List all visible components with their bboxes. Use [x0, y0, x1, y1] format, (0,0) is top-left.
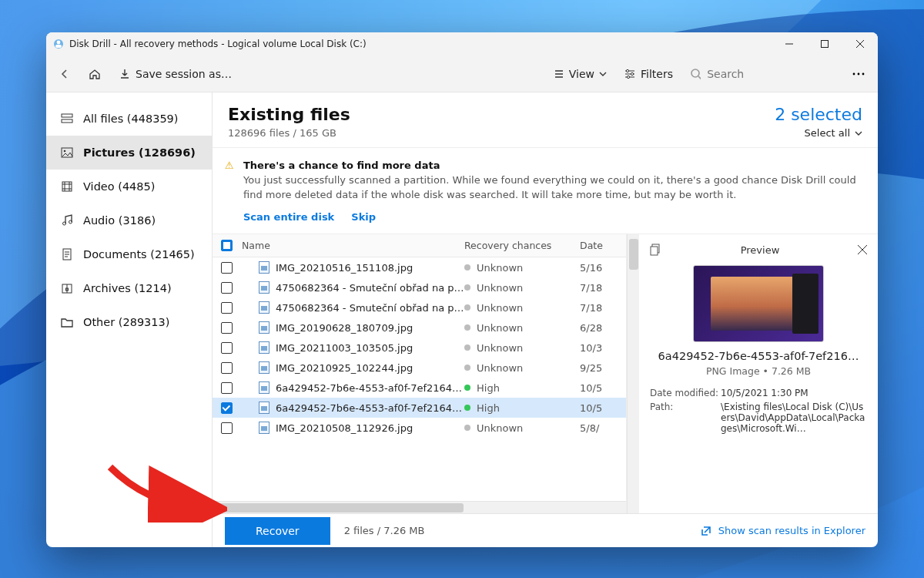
row-checkbox[interactable]	[221, 302, 233, 314]
file-icon	[259, 422, 270, 434]
row-checkbox[interactable]	[221, 382, 233, 394]
col-name[interactable]: Name	[240, 240, 464, 251]
folder-icon	[60, 315, 74, 329]
sidebar-item-folder[interactable]: Other (289313)	[46, 305, 212, 339]
chance-dot	[464, 385, 470, 391]
file-name: 4750682364 - Smuteční obřad na p…	[276, 282, 464, 294]
chance-dot	[464, 425, 470, 431]
app-icon	[52, 38, 65, 50]
select-all-button[interactable]: Select all	[805, 127, 862, 139]
more-button[interactable]	[847, 64, 870, 84]
file-row[interactable]: IMG_20210925_102244.jpgUnknown9/25	[213, 358, 626, 378]
file-row[interactable]: 6a429452-7b6e-4553-af0f-7ef2164…High10/5	[213, 398, 626, 418]
col-date[interactable]: Date	[580, 240, 626, 251]
file-row[interactable]: 6a429452-7b6e-4553-af0f-7ef2164…High10/5	[213, 378, 626, 398]
file-row[interactable]: 4750682364 - Smuteční obřad na p…Unknown…	[213, 277, 626, 297]
file-row[interactable]: IMG_20210508_112926.jpgUnknown5/8/	[213, 418, 626, 438]
file-list: Name Recovery chances Date IMG_20210516_…	[213, 234, 627, 513]
col-recovery[interactable]: Recovery chances	[464, 240, 580, 251]
sidebar-item-music[interactable]: Audio (3186)	[46, 203, 212, 237]
horizontal-scrollbar[interactable]	[213, 501, 626, 513]
maximize-button[interactable]	[807, 32, 842, 55]
file-name: IMG_20210508_112926.jpg	[276, 422, 413, 434]
chance-label: High	[477, 382, 500, 394]
svg-rect-19	[62, 182, 72, 191]
chance-label: Unknown	[477, 322, 523, 334]
sidebar-item-archive[interactable]: Archives (1214)	[46, 271, 212, 305]
minimize-button[interactable]	[772, 32, 807, 55]
svg-point-8	[631, 72, 633, 75]
file-date: 6/28	[580, 322, 626, 334]
sidebar-item-film[interactable]: Video (4485)	[46, 170, 212, 203]
file-name: IMG_20210516_151108.jpg	[276, 262, 413, 274]
preview-panel: Preview 6a429452-7b6e-4553-af0f-7ef216… …	[639, 234, 878, 513]
view-label: View	[569, 68, 594, 80]
file-date: 7/18	[580, 282, 626, 294]
row-checkbox[interactable]	[221, 262, 233, 274]
show-in-explorer-link[interactable]: Show scan results in Explorer	[700, 525, 865, 537]
file-date: 9/25	[580, 362, 626, 374]
chance-label: Unknown	[477, 422, 523, 434]
preview-title: Preview	[662, 244, 858, 256]
sidebar-item-label: Pictures (128696)	[83, 146, 196, 159]
doc-icon	[60, 247, 74, 261]
chance-dot	[464, 264, 470, 271]
row-checkbox[interactable]	[221, 402, 233, 414]
row-checkbox[interactable]	[221, 322, 233, 334]
back-button[interactable]	[54, 64, 75, 84]
chevron-down-icon	[855, 129, 862, 137]
save-session-label: Save session as…	[136, 68, 232, 80]
file-icon	[259, 281, 270, 294]
vertical-scrollbar[interactable]	[627, 234, 639, 513]
sidebar-item-image[interactable]: Pictures (128696)	[46, 136, 212, 170]
file-row[interactable]: 4750682364 - Smuteční obřad na p…Unknown…	[213, 297, 626, 318]
file-icon	[259, 402, 270, 414]
chance-dot	[464, 324, 470, 331]
selected-count: 2 selected	[775, 105, 862, 124]
save-session-button[interactable]: Save session as…	[114, 64, 236, 84]
row-checkbox[interactable]	[221, 282, 233, 294]
file-date: 10/5	[580, 402, 626, 414]
close-preview-button[interactable]	[858, 245, 867, 254]
file-name: 4750682364 - Smuteční obřad na p…	[276, 302, 464, 314]
sidebar-item-doc[interactable]: Documents (21465)	[46, 237, 212, 271]
svg-point-12	[853, 72, 855, 75]
file-row[interactable]: IMG_20190628_180709.jpgUnknown6/28	[213, 318, 626, 338]
sidebar-item-stack[interactable]: All files (448359)	[46, 102, 212, 136]
view-button[interactable]: View	[549, 64, 611, 84]
svg-point-13	[858, 72, 860, 75]
skip-link[interactable]: Skip	[351, 210, 376, 225]
path-label: Path:	[650, 402, 721, 434]
file-row[interactable]: IMG_20210516_151108.jpgUnknown5/16	[213, 257, 626, 277]
row-checkbox[interactable]	[221, 422, 233, 434]
sidebar-item-label: Documents (21465)	[83, 248, 195, 260]
row-checkbox[interactable]	[221, 362, 233, 374]
filters-button[interactable]: Filters	[619, 64, 678, 84]
file-icon	[259, 341, 270, 354]
sidebar-item-label: Other (289313)	[83, 316, 169, 328]
main-header: Existing files 128696 files / 165 GB 2 s…	[213, 92, 878, 148]
svg-line-11	[698, 76, 701, 79]
main-panel: Existing files 128696 files / 165 GB 2 s…	[213, 92, 878, 547]
select-all-label: Select all	[805, 127, 850, 139]
notice-body: You just successfully scanned a partitio…	[243, 174, 856, 200]
file-icon	[259, 261, 270, 274]
search-field[interactable]	[685, 66, 839, 82]
home-button[interactable]	[83, 63, 106, 85]
copy-icon[interactable]	[650, 244, 662, 256]
chance-dot	[464, 304, 470, 311]
close-button[interactable]	[842, 32, 878, 55]
scan-entire-disk-link[interactable]: Scan entire disk	[243, 210, 334, 225]
page-subtitle: 128696 files / 165 GB	[228, 127, 350, 139]
file-icon	[259, 381, 270, 394]
sidebar-item-label: Audio (3186)	[83, 214, 156, 227]
file-row[interactable]: IMG_20211003_103505.jpgUnknown10/3	[213, 338, 626, 358]
row-checkbox[interactable]	[221, 342, 233, 354]
chance-label: Unknown	[477, 362, 523, 374]
file-date: 10/5	[580, 382, 626, 394]
search-input[interactable]	[707, 68, 835, 80]
header-checkbox[interactable]	[221, 240, 233, 251]
music-icon	[60, 213, 74, 227]
chance-label: Unknown	[477, 302, 523, 314]
recover-button[interactable]: Recover	[225, 517, 330, 545]
